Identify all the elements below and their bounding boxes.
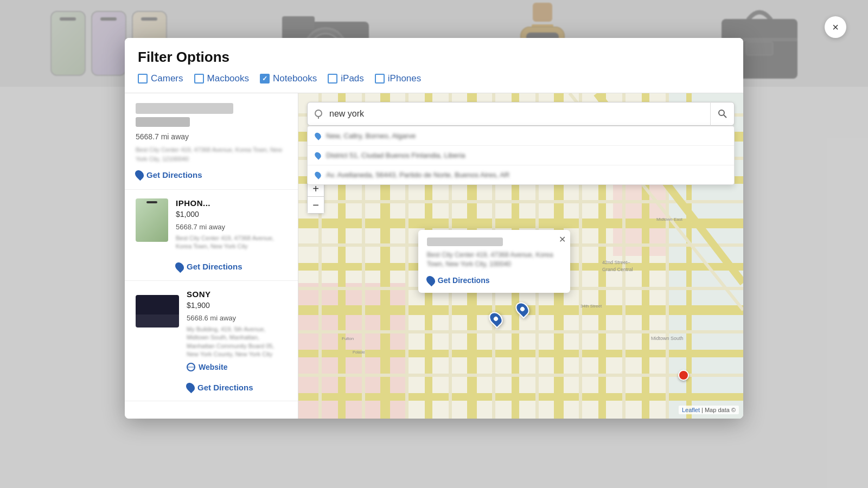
store1-distance: 5668.7 mi away [136,132,287,141]
store2-actions: Website Get Directions [187,363,287,392]
cameras-checkbox[interactable] [138,74,148,84]
suggestion-pin-2 [314,151,322,159]
store1-directions-label: Get Directions [146,170,202,179]
zoom-out-icon: − [312,200,319,210]
filter-macbooks[interactable]: Macbooks [194,73,249,84]
product1-title: IPHON... [176,198,287,208]
filter-cameras[interactable]: Camers [138,73,183,84]
map-search-input[interactable] [329,109,710,119]
map-zoom-controls: + − [307,180,324,214]
pin-icon-3 [184,381,197,394]
store2-addr: My Building, 419, 5th Avenue, Midtown So… [187,325,287,359]
store1-get-directions[interactable]: Get Directions [176,262,287,272]
filter-checkboxes: Camers Macbooks Notebooks iPads iPhones [138,73,730,84]
modal-overlay: Filter Options Camers Macbooks Notebooks [0,0,868,488]
pin-icon-2 [174,260,186,273]
store1-price [136,117,190,127]
map-marker-1[interactable] [490,311,502,326]
popup-address: Best City Center 419, 47368 Avenue, Kore… [427,251,561,269]
map-search-bar[interactable] [307,102,735,126]
modal-header: Filter Options Camers Macbooks Notebooks [125,38,743,93]
macbooks-checkbox[interactable] [194,74,204,84]
cameras-label: Camers [151,73,183,84]
close-icon: × [832,21,839,34]
notebooks-label: Notebooks [273,73,317,84]
popup-directions-link[interactable]: Get Directions [427,275,561,285]
svg-line-66 [724,115,726,118]
store1-address: Best City Center 419, 47368 Avenue, Kore… [136,145,287,163]
map-container[interactable]: 5th Avenue 53rd Street Midtown East 34th… [298,93,743,419]
filter-modal: Filter Options Camers Macbooks Notebooks [125,38,743,419]
store1-addr: Best City Center 419, 47368 Avenue, Kore… [176,234,287,251]
store3-info: SONY $1,900 5668.6 mi away My Building, … [187,290,287,393]
pin-icon-1 [133,169,146,181]
modal-title: Filter Options [138,49,730,66]
suggestion-2[interactable]: District 51, Ciudad Buenos Finlandia, Li… [308,146,734,165]
zoom-out-button[interactable]: − [308,197,324,213]
marker-pin-1 [486,309,505,328]
product2-price: $1,900 [187,301,287,310]
store-listing-2: IPHON... $1,000 5668.7 mi away Best City… [125,190,298,281]
leaflet-link[interactable]: Leaflet [682,407,700,413]
filter-iphones[interactable]: iPhones [375,73,421,84]
suggestion-1-text: New, Caltry, Borneo, Algarve [326,132,416,140]
map-marker-2[interactable] [516,301,528,317]
popup-pin-icon [424,274,437,286]
store2-dist: 5668.6 mi away [187,314,287,322]
store2-info: IPHON... $1,000 5668.7 mi away Best City… [176,198,287,272]
product1-price: $1,000 [176,210,287,219]
store1-actions: Get Directions [176,255,287,272]
map-attribution: Leaflet | Map data © [679,406,739,414]
modal-body: 5668.7 mi away Best City Center 419, 473… [125,93,743,419]
product2-title: SONY [187,290,287,299]
marker-red [678,370,689,381]
store-listing-1: 5668.7 mi away Best City Center 419, 473… [125,93,298,190]
store1-directions-link[interactable]: Get Directions [136,170,287,179]
suggestion-3[interactable]: Av. Avellaneda, 56443, Partido de Norte,… [308,165,734,184]
website-label: Website [199,363,227,371]
map-location-icon [313,108,324,119]
map-search-button[interactable] [710,102,734,126]
iphones-checkbox[interactable] [375,74,385,84]
store1-dist: 5668.7 mi away [176,223,287,231]
suggestion-3-text: Av. Avellaneda, 56443, Partido de Norte,… [326,171,509,179]
globe-icon [187,363,195,371]
popup-close-button[interactable]: ✕ [559,234,566,245]
suggestion-pin-3 [314,170,322,179]
macbooks-label: Macbooks [207,73,249,84]
directions-label-1: Get Directions [187,262,242,271]
store2-website[interactable]: Website [187,363,287,371]
filter-ipads[interactable]: iPads [328,73,364,84]
svg-point-65 [719,110,724,115]
suggestion-2-text: District 51, Ciudad Buenos Finlandia, Li… [326,151,465,159]
suggestion-pin-1 [314,131,322,140]
close-modal-button[interactable]: × [825,16,846,38]
map-data-text: | Map data © [701,407,736,413]
suggestion-1[interactable]: New, Caltry, Borneo, Algarve [308,126,734,146]
svg-point-63 [315,110,322,117]
map-marker-3[interactable] [678,370,689,381]
marker-pin-2 [513,299,532,318]
store2-get-directions[interactable]: Get Directions [187,382,287,392]
filter-notebooks[interactable]: Notebooks [260,73,317,84]
product-iphone-thumb [136,198,168,242]
product-laptop-thumb [136,295,179,328]
directions-label-2: Get Directions [197,383,253,392]
ipads-checkbox[interactable] [328,74,337,84]
notebooks-checkbox[interactable] [260,74,270,84]
popup-directions-label: Get Directions [438,276,490,285]
search-suggestions: New, Caltry, Borneo, Algarve District 51… [307,126,735,185]
store1-name [136,103,233,114]
iphones-label: iPhones [388,73,421,84]
store-listing-3: SONY $1,900 5668.6 mi away My Building, … [125,281,298,402]
ipads-label: iPads [341,73,364,84]
map-popup: ✕ Best City Center 419, 47368 Avenue, Ko… [418,230,570,293]
popup-store-name [427,237,503,246]
stores-sidebar: 5668.7 mi away Best City Center 419, 473… [125,93,298,419]
